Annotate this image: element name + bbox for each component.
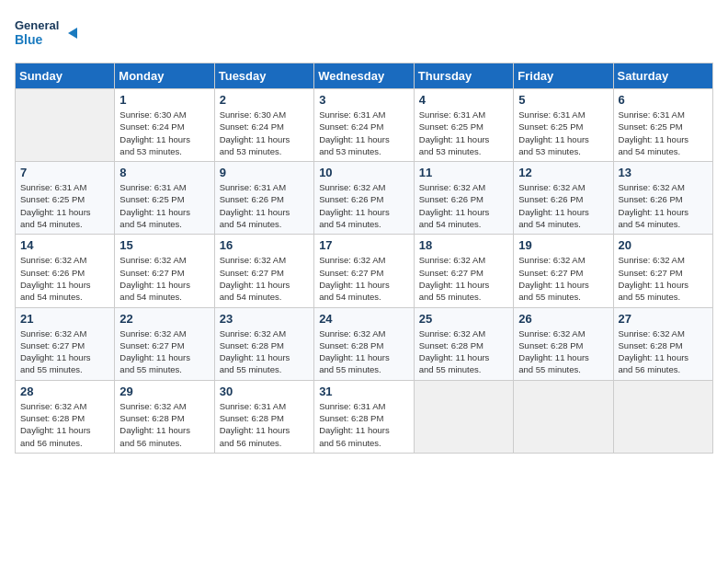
calendar-cell: 21Sunrise: 6:32 AM Sunset: 6:27 PM Dayli…	[16, 307, 115, 380]
calendar-cell: 17Sunrise: 6:32 AM Sunset: 6:27 PM Dayli…	[314, 235, 415, 307]
day-number: 13	[619, 166, 708, 179]
day-number: 1	[119, 93, 209, 107]
calendar-week-row: 7Sunrise: 6:31 AM Sunset: 6:25 PM Daylig…	[16, 162, 713, 235]
calendar-cell: 14Sunrise: 6:32 AM Sunset: 6:26 PM Dayli…	[16, 235, 115, 307]
calendar-cell: 18Sunrise: 6:32 AM Sunset: 6:27 PM Dayli…	[414, 235, 513, 307]
svg-text:Blue: Blue	[15, 32, 43, 47]
day-number: 14	[20, 238, 109, 252]
calendar-table: SundayMondayTuesdayWednesdayThursdayFrid…	[15, 63, 713, 454]
day-info: Sunrise: 6:31 AM Sunset: 6:28 PM Dayligh…	[220, 400, 309, 449]
weekday-header: Sunday	[16, 63, 115, 89]
day-info: Sunrise: 6:32 AM Sunset: 6:28 PM Dayligh…	[619, 327, 708, 376]
calendar-cell: 9Sunrise: 6:31 AM Sunset: 6:26 PM Daylig…	[214, 162, 313, 235]
calendar-week-row: 28Sunrise: 6:32 AM Sunset: 6:28 PM Dayli…	[16, 380, 713, 453]
day-number: 28	[20, 385, 109, 398]
calendar-cell	[514, 380, 613, 453]
day-info: Sunrise: 6:32 AM Sunset: 6:28 PM Dayligh…	[20, 400, 109, 449]
day-info: Sunrise: 6:32 AM Sunset: 6:27 PM Dayligh…	[319, 254, 409, 303]
day-number: 26	[518, 312, 608, 326]
day-info: Sunrise: 6:30 AM Sunset: 6:24 PM Dayligh…	[220, 109, 309, 157]
day-number: 7	[20, 166, 109, 179]
weekday-header: Saturday	[613, 63, 712, 89]
logo: General Blue	[15, 15, 79, 52]
calendar-cell: 8Sunrise: 6:31 AM Sunset: 6:25 PM Daylig…	[115, 162, 214, 235]
weekday-header: Friday	[514, 63, 613, 89]
day-number: 17	[319, 238, 409, 252]
day-number: 15	[119, 238, 209, 252]
day-number: 19	[518, 238, 608, 252]
calendar-cell: 16Sunrise: 6:32 AM Sunset: 6:27 PM Dayli…	[214, 235, 313, 307]
day-info: Sunrise: 6:32 AM Sunset: 6:26 PM Dayligh…	[518, 181, 608, 230]
page-container: General Blue SundayMondayTuesdayWednesda…	[0, 0, 728, 461]
header: General Blue	[15, 15, 713, 52]
day-info: Sunrise: 6:32 AM Sunset: 6:28 PM Dayligh…	[518, 327, 608, 376]
day-info: Sunrise: 6:32 AM Sunset: 6:27 PM Dayligh…	[518, 254, 608, 303]
calendar-header-row: SundayMondayTuesdayWednesdayThursdayFrid…	[16, 63, 713, 89]
calendar-cell: 5Sunrise: 6:31 AM Sunset: 6:25 PM Daylig…	[514, 89, 613, 162]
day-number: 29	[119, 385, 209, 398]
calendar-cell: 6Sunrise: 6:31 AM Sunset: 6:25 PM Daylig…	[613, 89, 712, 162]
day-number: 23	[220, 312, 309, 326]
day-number: 6	[619, 93, 708, 107]
day-info: Sunrise: 6:31 AM Sunset: 6:25 PM Dayligh…	[518, 109, 608, 157]
calendar-cell: 3Sunrise: 6:31 AM Sunset: 6:24 PM Daylig…	[314, 89, 415, 162]
calendar-cell: 11Sunrise: 6:32 AM Sunset: 6:26 PM Dayli…	[414, 162, 513, 235]
calendar-cell: 1Sunrise: 6:30 AM Sunset: 6:24 PM Daylig…	[115, 89, 214, 162]
day-number: 3	[319, 93, 409, 107]
day-number: 4	[419, 93, 508, 107]
day-info: Sunrise: 6:32 AM Sunset: 6:26 PM Dayligh…	[619, 181, 708, 230]
calendar-week-row: 1Sunrise: 6:30 AM Sunset: 6:24 PM Daylig…	[16, 89, 713, 162]
day-number: 5	[518, 93, 608, 107]
day-info: Sunrise: 6:31 AM Sunset: 6:28 PM Dayligh…	[319, 400, 409, 449]
day-number: 10	[319, 166, 409, 179]
calendar-cell: 24Sunrise: 6:32 AM Sunset: 6:28 PM Dayli…	[314, 307, 415, 380]
day-number: 24	[319, 312, 409, 326]
day-info: Sunrise: 6:32 AM Sunset: 6:27 PM Dayligh…	[119, 254, 209, 303]
day-number: 22	[119, 312, 209, 326]
day-info: Sunrise: 6:31 AM Sunset: 6:25 PM Dayligh…	[419, 109, 508, 157]
day-info: Sunrise: 6:31 AM Sunset: 6:24 PM Dayligh…	[319, 109, 409, 157]
day-info: Sunrise: 6:32 AM Sunset: 6:28 PM Dayligh…	[319, 327, 409, 376]
svg-marker-2	[68, 28, 77, 39]
day-info: Sunrise: 6:32 AM Sunset: 6:28 PM Dayligh…	[419, 327, 508, 376]
calendar-cell: 31Sunrise: 6:31 AM Sunset: 6:28 PM Dayli…	[314, 380, 415, 453]
calendar-cell: 7Sunrise: 6:31 AM Sunset: 6:25 PM Daylig…	[16, 162, 115, 235]
day-info: Sunrise: 6:30 AM Sunset: 6:24 PM Dayligh…	[119, 109, 209, 157]
day-number: 27	[619, 312, 708, 326]
day-number: 21	[20, 312, 109, 326]
svg-text:General: General	[15, 18, 59, 32]
day-number: 30	[220, 385, 309, 398]
calendar-week-row: 21Sunrise: 6:32 AM Sunset: 6:27 PM Dayli…	[16, 307, 713, 380]
day-info: Sunrise: 6:31 AM Sunset: 6:25 PM Dayligh…	[20, 181, 109, 230]
day-info: Sunrise: 6:32 AM Sunset: 6:28 PM Dayligh…	[119, 400, 209, 449]
day-info: Sunrise: 6:32 AM Sunset: 6:27 PM Dayligh…	[619, 254, 708, 303]
calendar-cell	[414, 380, 513, 453]
calendar-cell	[16, 89, 115, 162]
calendar-cell: 2Sunrise: 6:30 AM Sunset: 6:24 PM Daylig…	[214, 89, 313, 162]
calendar-cell: 23Sunrise: 6:32 AM Sunset: 6:28 PM Dayli…	[214, 307, 313, 380]
day-number: 2	[220, 93, 309, 107]
day-info: Sunrise: 6:31 AM Sunset: 6:25 PM Dayligh…	[119, 181, 209, 230]
calendar-cell: 25Sunrise: 6:32 AM Sunset: 6:28 PM Dayli…	[414, 307, 513, 380]
calendar-cell: 26Sunrise: 6:32 AM Sunset: 6:28 PM Dayli…	[514, 307, 613, 380]
day-info: Sunrise: 6:32 AM Sunset: 6:26 PM Dayligh…	[419, 181, 508, 230]
calendar-cell: 4Sunrise: 6:31 AM Sunset: 6:25 PM Daylig…	[414, 89, 513, 162]
calendar-week-row: 14Sunrise: 6:32 AM Sunset: 6:26 PM Dayli…	[16, 235, 713, 307]
calendar-cell: 13Sunrise: 6:32 AM Sunset: 6:26 PM Dayli…	[613, 162, 712, 235]
day-number: 8	[119, 166, 209, 179]
calendar-cell: 20Sunrise: 6:32 AM Sunset: 6:27 PM Dayli…	[613, 235, 712, 307]
calendar-cell: 29Sunrise: 6:32 AM Sunset: 6:28 PM Dayli…	[115, 380, 214, 453]
day-number: 12	[518, 166, 608, 179]
calendar-cell	[613, 380, 712, 453]
calendar-cell: 10Sunrise: 6:32 AM Sunset: 6:26 PM Dayli…	[314, 162, 415, 235]
day-number: 20	[619, 238, 708, 252]
day-number: 9	[220, 166, 309, 179]
day-info: Sunrise: 6:32 AM Sunset: 6:27 PM Dayligh…	[119, 327, 209, 376]
logo-svg: General Blue	[15, 15, 79, 52]
day-info: Sunrise: 6:32 AM Sunset: 6:28 PM Dayligh…	[220, 327, 309, 376]
day-info: Sunrise: 6:32 AM Sunset: 6:27 PM Dayligh…	[220, 254, 309, 303]
weekday-header: Monday	[115, 63, 214, 89]
calendar-cell: 19Sunrise: 6:32 AM Sunset: 6:27 PM Dayli…	[514, 235, 613, 307]
day-number: 31	[319, 385, 409, 398]
day-info: Sunrise: 6:32 AM Sunset: 6:26 PM Dayligh…	[20, 254, 109, 303]
